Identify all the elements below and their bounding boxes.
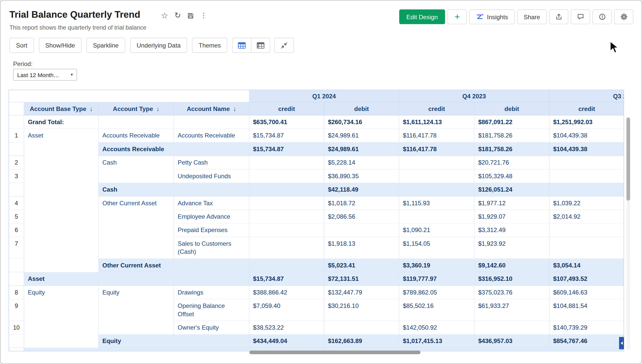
save-icon[interactable] (187, 12, 194, 19)
sort-button[interactable]: Sort (9, 38, 34, 53)
value-cell: $20,721.76 (474, 156, 549, 169)
group-header-row: Q1 2024Q4 2023Q3 2023 (9, 90, 624, 102)
value-cell: $7,059.40 (249, 299, 324, 321)
share-button[interactable]: Share (517, 9, 547, 24)
account-type-cell: Accounts Receivable (99, 143, 174, 156)
value-cell (249, 197, 324, 210)
value-cell (399, 170, 474, 183)
value-cell (399, 156, 474, 169)
value-cell: $24,989.61 (324, 143, 399, 156)
show-hide-button[interactable]: Show/Hide (39, 38, 81, 53)
refresh-icon[interactable]: ↻ (174, 11, 181, 20)
account-name-cell: Prepaid Expenses (174, 223, 249, 237)
value-cell: $85,502.16 (399, 299, 474, 321)
value-cell: $867,091.22 (474, 116, 549, 129)
themes-button[interactable]: Themes (192, 38, 227, 53)
add-button[interactable]: + (448, 9, 467, 24)
pivot-view-icon (257, 42, 265, 49)
value-cell (399, 183, 474, 196)
alert-icon (598, 13, 606, 20)
base-subtotal-row: Asset$15,734.87$72,131.51$119,777.97$316… (9, 272, 624, 286)
value-cell: $24,989.61 (324, 129, 399, 142)
account-name-cell (174, 116, 249, 129)
sparkline-button[interactable]: Sparkline (86, 38, 125, 53)
value-cell (249, 170, 324, 183)
sort-descending-icon[interactable]: ↓ (89, 105, 93, 112)
row-number-cell (9, 116, 24, 129)
column-group-header: Q1 2024 (249, 90, 399, 102)
value-cell (549, 156, 624, 169)
account-name-cell: Owner's Equity (174, 321, 249, 334)
app-window: Trial Balance Quarterly Trend ☆ ↻ ⋮ This… (0, 0, 642, 364)
value-cell (249, 259, 324, 272)
value-cell (249, 223, 324, 237)
comments-button[interactable] (571, 9, 590, 24)
account-type-cell (99, 116, 174, 129)
measure-header: debit (324, 102, 399, 116)
value-cell: $854,767.46 (549, 334, 624, 348)
value-cell: $119,777.97 (399, 272, 474, 286)
value-cell: $854,767.46 (549, 348, 624, 351)
value-cell: $1,918.13 (324, 237, 399, 259)
account-name-cell (174, 183, 249, 196)
account-type-cell (99, 348, 174, 351)
value-cell (549, 183, 624, 196)
value-cell: $61,933.27 (474, 299, 549, 321)
value-cell: $142,050.92 (399, 321, 474, 334)
export-button[interactable] (549, 9, 568, 24)
value-cell: $9,142.60 (474, 259, 549, 272)
collapse-button[interactable] (274, 38, 294, 53)
row-field-header[interactable]: Account Base Type↓ (24, 102, 99, 116)
table-view-button[interactable] (232, 38, 251, 53)
favorite-star-icon[interactable]: ☆ (161, 11, 168, 20)
value-cell (249, 156, 324, 169)
period-dropdown[interactable]: Last 12 Month… ▾ (13, 69, 77, 81)
field-label: Account Name (187, 105, 230, 112)
measure-header: credit (549, 102, 624, 116)
value-cell: $1,039.22 (549, 197, 624, 210)
pivot-view-button[interactable] (251, 38, 270, 53)
title-actions: ☆ ↻ ⋮ (161, 11, 207, 20)
sort-descending-icon[interactable]: ↓ (233, 105, 236, 112)
row-field-header[interactable]: Account Name↓ (174, 102, 249, 116)
underlying-data-button[interactable]: Underlying Data (130, 38, 187, 53)
value-cell: $15,734.87 (249, 129, 324, 142)
account-name-cell (174, 259, 249, 272)
account-name-cell (174, 272, 249, 286)
value-cell: $436,957.03 (474, 348, 549, 351)
value-cell: $1,929.07 (474, 210, 549, 223)
value-cell: $1,154.05 (399, 237, 474, 259)
scroll-left-indicator[interactable] (619, 337, 624, 349)
sort-descending-icon[interactable]: ↓ (156, 105, 159, 112)
value-cell: $1,251,992.03 (549, 116, 624, 129)
value-cell: $3,360.19 (399, 259, 474, 272)
grand-total-row: Grand Total:$635,700.41$260,734.16$1,611… (9, 116, 624, 129)
account-type-cell: Other Current Asset (99, 197, 174, 259)
row-number-cell: 8 (9, 286, 24, 299)
insights-button[interactable]: Insights (469, 9, 515, 24)
measure-header: credit (249, 102, 324, 116)
horizontal-scrollbar-thumb[interactable] (249, 351, 421, 354)
value-cell: $3,312.49 (474, 223, 549, 237)
value-cell: $42,118.49 (324, 183, 399, 196)
more-options-icon[interactable]: ⋮ (200, 11, 207, 20)
zia-insights-icon (476, 13, 484, 20)
vertical-scrollbar[interactable] (626, 117, 630, 350)
table-view-icon (238, 42, 246, 49)
account-base-type-cell: Grand Total: (24, 116, 99, 129)
row-number-cell (9, 348, 24, 351)
subtotal-row: Other Current Asset$5,023.41$3,360.19$9,… (9, 259, 624, 272)
alerts-button[interactable] (592, 9, 612, 24)
value-cell: $789,862.05 (399, 286, 474, 299)
row-field-header[interactable]: Account Type↓ (99, 102, 174, 116)
row-number-cell (9, 183, 24, 196)
vertical-scrollbar-thumb[interactable] (626, 118, 630, 201)
value-cell (324, 321, 399, 334)
comment-icon (577, 13, 584, 20)
value-cell: $36,890.35 (324, 170, 399, 183)
settings-button[interactable] (614, 9, 633, 24)
edit-design-button[interactable]: Edit Design (399, 9, 445, 24)
value-cell: $104,439.38 (549, 143, 624, 156)
header-actions: Edit Design + Insights Share (399, 9, 633, 24)
value-cell: $105,329.48 (474, 170, 549, 183)
